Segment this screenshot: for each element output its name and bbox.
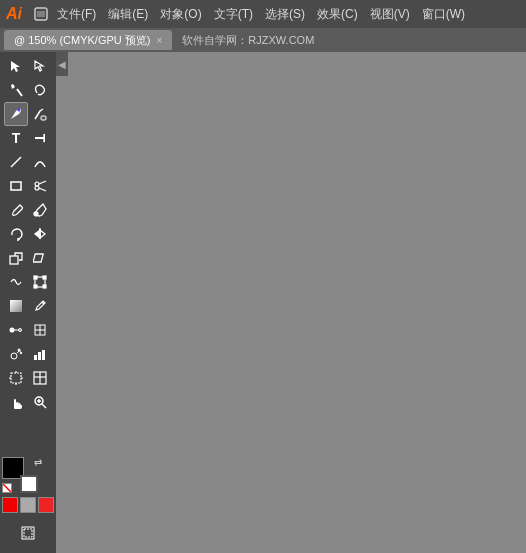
slice-tool[interactable] [28, 366, 52, 390]
color-swatch-red2[interactable] [38, 497, 54, 513]
zoom-tool[interactable] [28, 390, 52, 414]
swap-colors-button[interactable]: ⇄ [34, 457, 42, 468]
tool-row-blend [0, 318, 56, 342]
tool-row-type: T T [0, 126, 56, 150]
tool-row-gradient [0, 294, 56, 318]
swatch-row [2, 497, 54, 513]
graph-tool[interactable] [28, 342, 52, 366]
svg-point-35 [20, 352, 22, 354]
svg-point-10 [35, 182, 39, 186]
tool-row-transform [0, 246, 56, 270]
lasso-tool[interactable] [28, 78, 52, 102]
svg-rect-18 [10, 256, 18, 264]
menu-effect[interactable]: 效果(C) [312, 4, 363, 25]
anchor-point-tool[interactable] [28, 102, 52, 126]
tool-row-navigate [0, 390, 56, 414]
menu-file[interactable]: 文件(F) [52, 4, 101, 25]
menu-window[interactable]: 窗口(W) [417, 4, 470, 25]
selection-tool[interactable] [4, 54, 28, 78]
bottom-tools [16, 521, 40, 545]
svg-marker-5 [11, 84, 15, 89]
color-section: ⇄ [2, 457, 54, 513]
symbol-sprayer-tool[interactable] [4, 342, 28, 366]
svg-marker-16 [35, 230, 40, 238]
eyedropper-tool[interactable] [28, 294, 52, 318]
scissors-tool[interactable] [28, 174, 52, 198]
svg-rect-38 [42, 350, 45, 360]
svg-rect-39 [11, 373, 21, 383]
type-tool[interactable]: T [4, 126, 28, 150]
tool-row-artboard [0, 366, 56, 390]
main-area: T T [0, 52, 526, 553]
svg-rect-23 [34, 285, 37, 288]
svg-line-8 [11, 157, 21, 167]
tool-row-warp [0, 270, 56, 294]
menu-view[interactable]: 视图(V) [365, 4, 415, 25]
gradient-tool[interactable] [4, 294, 28, 318]
menu-edit[interactable]: 编辑(E) [103, 4, 153, 25]
svg-line-12 [39, 181, 46, 184]
svg-point-33 [11, 353, 17, 359]
vertical-type-tool[interactable]: T [28, 126, 52, 150]
none-color[interactable] [2, 483, 12, 493]
mesh-tool[interactable] [28, 318, 52, 342]
tab-site-info: 软件自学网：RJZXW.COM [182, 33, 314, 48]
svg-rect-53 [24, 529, 32, 537]
pen-tool[interactable] [4, 102, 28, 126]
toolbar: T T [0, 52, 56, 553]
window-icon [34, 7, 48, 21]
title-bar: Ai 文件(F) 编辑(E) 对象(O) 文字(T) 选择(S) 效果(C) 视… [0, 0, 526, 28]
hand-tool[interactable] [4, 390, 28, 414]
rectangle-tool[interactable] [4, 174, 28, 198]
tool-row-1 [0, 54, 56, 78]
svg-marker-2 [11, 61, 20, 72]
svg-rect-9 [11, 182, 21, 190]
svg-line-13 [39, 188, 46, 191]
menu-bar: 文件(F) 编辑(E) 对象(O) 文字(T) 选择(S) 效果(C) 视图(V… [52, 4, 470, 25]
free-transform-tool[interactable] [28, 270, 52, 294]
svg-rect-36 [34, 355, 37, 360]
color-swatch-gray[interactable] [20, 497, 36, 513]
menu-select[interactable]: 选择(S) [260, 4, 310, 25]
line-segment-tool[interactable] [4, 150, 28, 174]
svg-marker-17 [40, 230, 45, 238]
document-tab[interactable]: @ 150% (CMYK/GPU 预览) × [4, 30, 172, 50]
svg-point-28 [19, 329, 22, 332]
svg-rect-1 [37, 11, 45, 17]
rotate-tool[interactable] [4, 222, 28, 246]
artboard-tool[interactable] [4, 366, 28, 390]
svg-rect-24 [43, 285, 46, 288]
magic-wand-tool[interactable] [4, 78, 28, 102]
blend-tool[interactable] [4, 318, 28, 342]
direct-selection-tool[interactable] [28, 54, 52, 78]
svg-line-4 [17, 89, 22, 96]
tab-close-button[interactable]: × [156, 35, 162, 46]
tool-row-2 [0, 78, 56, 102]
toolbar-collapse[interactable]: ◀ [56, 52, 68, 76]
blob-brush-tool[interactable] [28, 198, 52, 222]
svg-rect-37 [38, 352, 41, 360]
svg-line-48 [42, 404, 46, 408]
svg-point-27 [10, 328, 15, 333]
arc-tool[interactable] [28, 150, 52, 174]
shear-tool[interactable] [28, 246, 52, 270]
svg-rect-7 [41, 116, 46, 120]
warp-tool[interactable] [4, 270, 28, 294]
tool-row-paint [0, 198, 56, 222]
stroke-color[interactable] [20, 475, 38, 493]
paintbrush-tool[interactable] [4, 198, 28, 222]
tab-bar: @ 150% (CMYK/GPU 预览) × 软件自学网：RJZXW.COM [0, 28, 526, 52]
scale-tool[interactable] [4, 246, 28, 270]
reflect-tool[interactable] [28, 222, 52, 246]
tab-label: @ 150% (CMYK/GPU 预览) [14, 33, 150, 48]
tool-row-shape [0, 174, 56, 198]
menu-object[interactable]: 对象(O) [155, 4, 206, 25]
tool-row-rotate [0, 222, 56, 246]
tool-row-symbol [0, 342, 56, 366]
menu-type[interactable]: 文字(T) [209, 4, 258, 25]
tool-row-line [0, 150, 56, 174]
change-screen-mode[interactable] [16, 521, 40, 545]
color-swatch-red[interactable] [2, 497, 18, 513]
svg-point-14 [34, 212, 38, 216]
stroke-fill-area: ⇄ [2, 457, 42, 493]
